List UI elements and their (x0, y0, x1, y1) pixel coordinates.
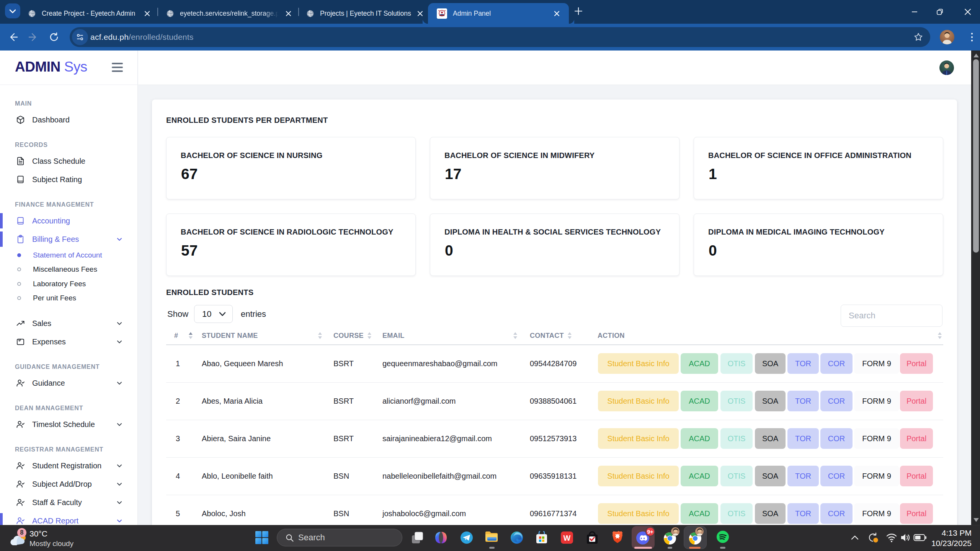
wifi-tray-icon[interactable] (886, 533, 897, 544)
otis-button[interactable]: OTIS (720, 391, 753, 411)
tor-button[interactable]: TOR (787, 353, 819, 374)
student-basic-info-button[interactable]: Student Basic Info (598, 428, 679, 449)
col-header-email[interactable]: EMAIL (382, 327, 530, 345)
tor-button[interactable]: TOR (787, 428, 819, 449)
sidebar-item-timeslot-schedule[interactable]: Timeslot Schedule (0, 416, 137, 433)
portal-button[interactable]: Portal (900, 428, 933, 449)
sidebar-item-subject-rating[interactable]: Subject Rating (0, 171, 137, 188)
ms-store-button[interactable] (535, 531, 548, 546)
acad-button[interactable]: ACAD (681, 428, 718, 449)
bookmark-star-icon[interactable] (913, 32, 923, 44)
browser-profile-avatar[interactable] (940, 30, 954, 44)
sidebar-toggle-icon[interactable] (112, 63, 123, 72)
spotify-button[interactable] (716, 530, 729, 545)
tab-close-icon[interactable] (415, 8, 425, 19)
otis-button[interactable]: OTIS (720, 353, 753, 374)
scroll-up-arrow-icon[interactable] (973, 54, 979, 57)
col-header-student-name[interactable]: STUDENT NAME (202, 327, 333, 345)
cor-button[interactable]: COR (820, 503, 853, 524)
reload-button[interactable] (44, 27, 64, 47)
sidebar-item-student-registration[interactable]: Student Registration (0, 457, 137, 474)
tab-close-icon[interactable] (142, 8, 152, 19)
wps-office-button[interactable]: W (560, 531, 573, 546)
chrome-active-tile[interactable] (684, 526, 707, 549)
student-basic-info-button[interactable]: Student Basic Info (598, 391, 679, 411)
portal-button[interactable]: Portal (900, 503, 933, 524)
acad-button[interactable]: ACAD (681, 466, 718, 486)
browser-tab-active[interactable]: Admin Panel (428, 3, 569, 24)
taskbar-clock[interactable]: 4:13 PM 10/23/2025 (931, 528, 972, 548)
form9-button[interactable]: FORM 9 (854, 353, 899, 374)
page-scrollbar[interactable] (971, 51, 980, 525)
portal-button[interactable]: Portal (900, 466, 933, 486)
browser-menu-icon[interactable] (969, 32, 975, 44)
table-search-input[interactable] (849, 305, 935, 326)
browser-tab-1[interactable]: Create Project - Eyetech Admin (23, 3, 155, 24)
tab-close-icon[interactable] (551, 8, 562, 19)
sidebar-item-staff-faculty[interactable]: Staff & Faculty (0, 494, 137, 511)
volume-tray-icon[interactable] (900, 532, 911, 544)
sidebar-subitem-statement-of-account[interactable]: Statement of Account (0, 248, 137, 262)
task-view-button[interactable] (411, 531, 424, 546)
copilot-button[interactable] (434, 531, 448, 546)
browser-tab-3[interactable]: Projects | Eyetech IT Solutions (301, 3, 426, 24)
sidebar-item-sales[interactable]: Sales (0, 315, 137, 332)
sidebar-item-accounting[interactable]: Accounting (0, 212, 137, 229)
forward-button[interactable] (23, 27, 44, 47)
student-basic-info-button[interactable]: Student Basic Info (598, 353, 679, 374)
soa-button[interactable]: SOA (755, 353, 786, 374)
file-explorer-button[interactable] (485, 531, 499, 544)
soa-button[interactable]: SOA (755, 503, 786, 524)
browser-tab-2[interactable]: eyetech.services/relink_storage.p (161, 3, 297, 24)
scrollbar-thumb[interactable] (973, 59, 979, 253)
user-avatar[interactable] (939, 60, 954, 75)
site-info-icon[interactable] (72, 29, 88, 45)
form9-button[interactable]: FORM 9 (854, 466, 899, 486)
student-basic-info-button[interactable]: Student Basic Info (598, 466, 679, 486)
battery-tray-icon[interactable] (913, 534, 926, 543)
window-restore-button[interactable] (934, 6, 946, 18)
taskbar-search[interactable]: Search (277, 529, 402, 546)
app-logo[interactable]: ADMIN Sys (15, 59, 87, 75)
back-button[interactable] (3, 27, 23, 47)
telegram-button[interactable] (460, 531, 473, 546)
shopping-bag-app-button[interactable] (586, 531, 598, 546)
otis-button[interactable]: OTIS (720, 466, 753, 486)
window-close-button[interactable] (962, 6, 973, 18)
sidebar-item-expenses[interactable]: Expenses (0, 333, 137, 350)
soa-button[interactable]: SOA (755, 466, 786, 486)
otis-button[interactable]: OTIS (720, 428, 753, 449)
acad-button[interactable]: ACAD (681, 391, 718, 411)
update-tray-icon[interactable] (867, 532, 879, 545)
brave-button[interactable] (611, 531, 624, 546)
sidebar-subitem-miscellaneous-fees[interactable]: Miscellaneous Fees (0, 262, 137, 277)
tor-button[interactable]: TOR (787, 503, 819, 524)
weather-widget[interactable]: 8 30°C Mostly cloudy (0, 525, 92, 551)
tab-close-icon[interactable] (283, 8, 294, 19)
soa-button[interactable]: SOA (755, 428, 786, 449)
sidebar-item-acad-report[interactable]: ACAD Report (0, 512, 137, 525)
student-basic-info-button[interactable]: Student Basic Info (598, 503, 679, 524)
acad-button[interactable]: ACAD (681, 353, 718, 374)
sidebar-item-subject-add-drop[interactable]: Subject Add/Drop (0, 476, 137, 492)
col-header-contact[interactable]: CONTACT (530, 327, 598, 345)
sidebar-subitem-laboratory-fees[interactable]: Laboratory Fees (0, 277, 137, 291)
sidebar-item-class-schedule[interactable]: Class Schedule (0, 153, 137, 170)
col-header-course[interactable]: COURSE (333, 327, 382, 345)
col-header-action[interactable]: ACTION (598, 327, 943, 345)
acad-button[interactable]: ACAD (681, 503, 718, 524)
form9-button[interactable]: FORM 9 (854, 428, 899, 449)
portal-button[interactable]: Portal (900, 353, 933, 374)
new-tab-button[interactable] (573, 5, 584, 17)
address-bar[interactable]: acf.edu.ph/enrolled/students (70, 27, 930, 47)
sidebar-item-dashboard[interactable]: Dashboard (0, 111, 137, 128)
col-header-num[interactable]: # (166, 327, 202, 345)
form9-button[interactable]: FORM 9 (854, 503, 899, 524)
scroll-down-arrow-icon[interactable] (973, 518, 979, 522)
portal-button[interactable]: Portal (900, 391, 933, 411)
sidebar-item-guidance[interactable]: Guidance (0, 375, 137, 391)
start-button[interactable] (255, 531, 269, 546)
sidebar-subitem-per-unit-fees[interactable]: Per unit Fees (0, 291, 137, 305)
soa-button[interactable]: SOA (755, 391, 786, 411)
cor-button[interactable]: COR (820, 466, 853, 486)
